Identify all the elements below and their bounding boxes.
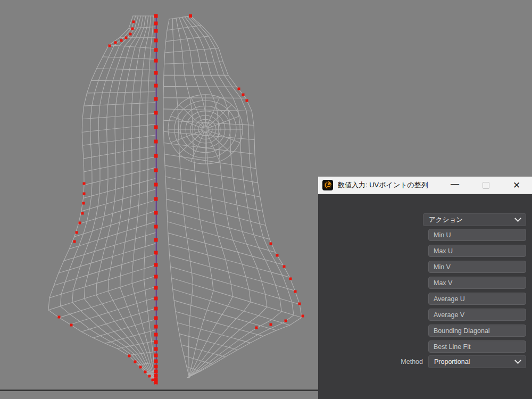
dialog-titlebar[interactable]: 数値入力: UVポイントの整列 — ✕ [318, 177, 532, 194]
method-label: Method [367, 358, 423, 365]
numeric-input-dialog: 数値入力: UVポイントの整列 — ✕ アクション Min UMax UMin … [318, 177, 532, 399]
chevron-down-icon [514, 357, 521, 364]
maximize-button[interactable] [470, 177, 501, 194]
maximize-icon [483, 182, 489, 189]
uv-editor-screen: 数値入力: UVポイントの整列 — ✕ アクション Min UMax UMin … [0, 0, 532, 399]
action-button-best-line-fit[interactable]: Best Line Fit [428, 340, 526, 353]
modo-app-icon [322, 180, 333, 190]
action-button-min-u[interactable]: Min U [428, 229, 526, 241]
action-button-min-v[interactable]: Min V [428, 261, 526, 273]
minimize-icon: — [451, 180, 459, 188]
action-button-max-u[interactable]: Max U [428, 245, 526, 257]
action-dropdown[interactable]: アクション [423, 213, 526, 226]
action-button-bounding-diagonal[interactable]: Bounding Diagonal [428, 325, 526, 337]
dialog-panel: アクション Min UMax UMin VMax VAverage UAvera… [318, 194, 532, 399]
method-dropdown[interactable]: Proportional [428, 355, 526, 368]
minimize-button[interactable]: — [439, 177, 470, 194]
chevron-down-icon [514, 215, 521, 222]
close-button[interactable]: ✕ [501, 177, 532, 194]
action-dropdown-value: アクション [429, 215, 463, 225]
window-controls: — ✕ [439, 177, 532, 194]
dialog-title: 数値入力: UVポイントの整列 [338, 180, 439, 190]
action-button-average-v[interactable]: Average V [428, 309, 526, 321]
close-icon: ✕ [513, 180, 520, 191]
action-button-average-u[interactable]: Average U [428, 293, 526, 305]
method-dropdown-value: Proportional [434, 358, 470, 365]
action-button-max-v[interactable]: Max V [428, 277, 526, 289]
